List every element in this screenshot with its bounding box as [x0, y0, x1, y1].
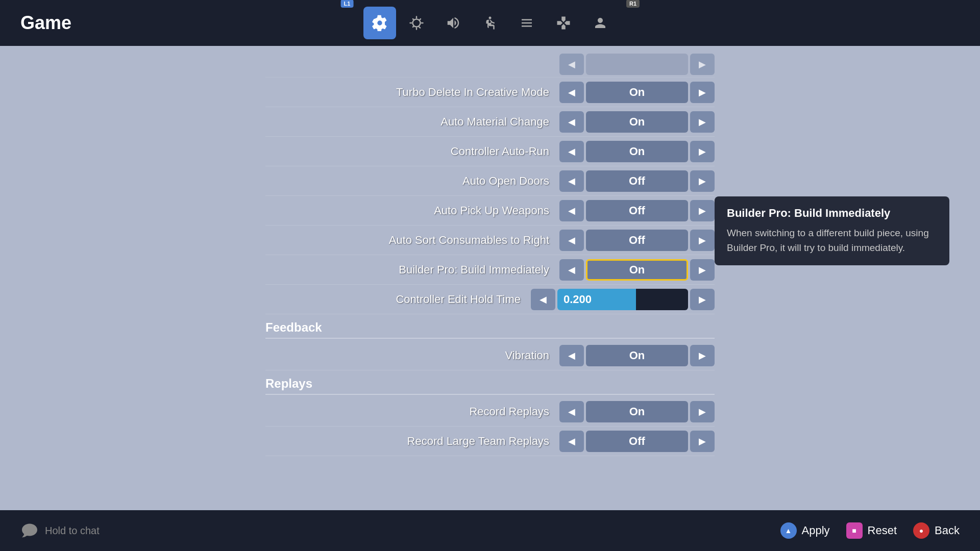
setting-label-auto-run: Controller Auto-Run [265, 145, 559, 158]
setting-label-edit-hold: Controller Edit Hold Time [265, 293, 531, 306]
back-icon: ● [913, 522, 929, 539]
tab-accessibility[interactable] [474, 7, 506, 39]
value-auto-doors: Off [586, 170, 688, 192]
gear-icon [372, 15, 388, 31]
setting-row-vibration: Vibration ◀ On ▶ [265, 341, 715, 370]
setting-label-turbo-delete: Turbo Delete In Creative Mode [265, 86, 559, 99]
prev-edit-hold[interactable]: ◀ [531, 289, 555, 310]
reset-button[interactable]: ■ Reset [846, 522, 897, 539]
prev-auto-doors[interactable]: ◀ [559, 170, 584, 192]
next-auto-material[interactable]: ▶ [690, 111, 715, 133]
brightness-icon [409, 15, 424, 31]
setting-label-vibration: Vibration [265, 349, 559, 362]
back-button[interactable]: ● Back [913, 522, 960, 539]
next-auto-sort[interactable]: ▶ [690, 230, 715, 251]
tab-brightness[interactable] [400, 7, 433, 39]
settings-container: ◀ ▶ Turbo Delete In Creative Mode ◀ On ▶… [265, 51, 715, 456]
tab-controller[interactable] [547, 7, 580, 39]
value-record-replays: On [586, 401, 688, 422]
value-turbo-delete: On [586, 82, 688, 103]
next-arrow-top[interactable]: ▶ [690, 54, 715, 75]
next-auto-doors[interactable]: ▶ [690, 170, 715, 192]
prev-auto-pickup[interactable]: ◀ [559, 200, 584, 221]
prev-record-replays[interactable]: ◀ [559, 401, 584, 422]
tooltip-title: Builder Pro: Build Immediately [727, 207, 937, 220]
setting-control-edit-hold: ◀ 0.200 ▶ [531, 289, 715, 310]
setting-row-auto-pickup: Auto Pick Up Weapons ◀ Off ▶ [265, 196, 715, 226]
setting-row-record-replays: Record Replays ◀ On ▶ [265, 397, 715, 427]
footer: Hold to chat ▲ Apply ■ Reset ● Back [0, 510, 980, 551]
next-vibration[interactable]: ▶ [690, 345, 715, 366]
setting-control-builder-pro: ◀ On ▶ [559, 259, 715, 281]
section-feedback: Feedback [265, 314, 715, 339]
next-record-replays[interactable]: ▶ [690, 401, 715, 422]
nav-tabs: L1 [335, 7, 645, 39]
setting-control-turbo-delete: ◀ On ▶ [559, 82, 715, 103]
header: Game L1 [0, 0, 980, 46]
top-control-indicator: ◀ ▶ [559, 54, 715, 75]
next-builder-pro[interactable]: ▶ [690, 259, 715, 281]
prev-arrow-top[interactable]: ◀ [559, 54, 584, 75]
account-icon [593, 15, 608, 31]
prev-auto-sort[interactable]: ◀ [559, 230, 584, 251]
prev-auto-run[interactable]: ◀ [559, 141, 584, 162]
setting-label-auto-pickup: Auto Pick Up Weapons [265, 204, 559, 217]
apply-button[interactable]: ▲ Apply [780, 522, 830, 539]
slider-empty [636, 289, 688, 310]
prev-turbo-delete[interactable]: ◀ [559, 82, 584, 103]
setting-label-builder-pro: Builder Pro: Build Immediately [265, 263, 559, 277]
tab-input[interactable] [510, 7, 543, 39]
prev-builder-pro[interactable]: ◀ [559, 259, 584, 281]
section-replays: Replays [265, 370, 715, 395]
setting-row-auto-material: Auto Material Change ◀ On ▶ [265, 107, 715, 137]
setting-control-large-team: ◀ Off ▶ [559, 431, 715, 452]
setting-control-vibration: ◀ On ▶ [559, 345, 715, 366]
value-auto-pickup: Off [586, 200, 688, 221]
next-auto-pickup[interactable]: ▶ [690, 200, 715, 221]
next-auto-run[interactable]: ▶ [690, 141, 715, 162]
prev-vibration[interactable]: ◀ [559, 345, 584, 366]
chat-label: Hold to chat [45, 525, 100, 537]
value-auto-sort: Off [586, 230, 688, 251]
slider-edit-hold[interactable]: 0.200 [557, 289, 688, 310]
controller-icon [556, 15, 571, 31]
value-auto-material: On [586, 111, 688, 133]
tab-audio[interactable] [437, 7, 470, 39]
page-title: Game [20, 12, 71, 34]
prev-large-team[interactable]: ◀ [559, 431, 584, 452]
next-turbo-delete[interactable]: ▶ [690, 82, 715, 103]
slider-fill: 0.200 [557, 289, 636, 310]
setting-control-auto-run: ◀ On ▶ [559, 141, 715, 162]
accessibility-icon [482, 15, 498, 31]
l1-badge: L1 [341, 0, 354, 8]
chat-icon [20, 521, 39, 540]
setting-label-large-team: Record Large Team Replays [265, 435, 559, 448]
setting-row-auto-sort: Auto Sort Consumables to Right ◀ Off ▶ [265, 226, 715, 255]
tab-settings[interactable] [363, 7, 396, 39]
value-vibration: On [586, 345, 688, 366]
tab-l1[interactable]: L1 [335, 11, 359, 35]
prev-auto-material[interactable]: ◀ [559, 111, 584, 133]
tooltip-body: When switching to a different build piec… [727, 226, 937, 255]
apply-icon: ▲ [780, 522, 797, 539]
value-large-team: Off [586, 431, 688, 452]
footer-chat: Hold to chat [20, 521, 100, 540]
setting-control-record-replays: ◀ On ▶ [559, 401, 715, 422]
setting-row-builder-pro: Builder Pro: Build Immediately ◀ On ▶ [265, 255, 715, 285]
value-auto-run: On [586, 141, 688, 162]
setting-row-auto-run: Controller Auto-Run ◀ On ▶ [265, 137, 715, 166]
top-value [586, 54, 688, 75]
next-large-team[interactable]: ▶ [690, 431, 715, 452]
next-edit-hold[interactable]: ▶ [690, 289, 715, 310]
setting-row-turbo-delete: Turbo Delete In Creative Mode ◀ On ▶ [265, 78, 715, 107]
setting-row-auto-doors: Auto Open Doors ◀ Off ▶ [265, 166, 715, 196]
r1-badge: R1 [626, 0, 640, 8]
footer-actions: ▲ Apply ■ Reset ● Back [780, 522, 960, 539]
setting-control-auto-material: ◀ On ▶ [559, 111, 715, 133]
input-icon [519, 15, 534, 31]
tab-r1[interactable]: R1 [621, 11, 645, 35]
setting-label-auto-material: Auto Material Change [265, 115, 559, 129]
tab-account[interactable] [584, 7, 617, 39]
tooltip: Builder Pro: Build Immediately When swit… [715, 196, 949, 265]
value-builder-pro: On [586, 259, 688, 281]
